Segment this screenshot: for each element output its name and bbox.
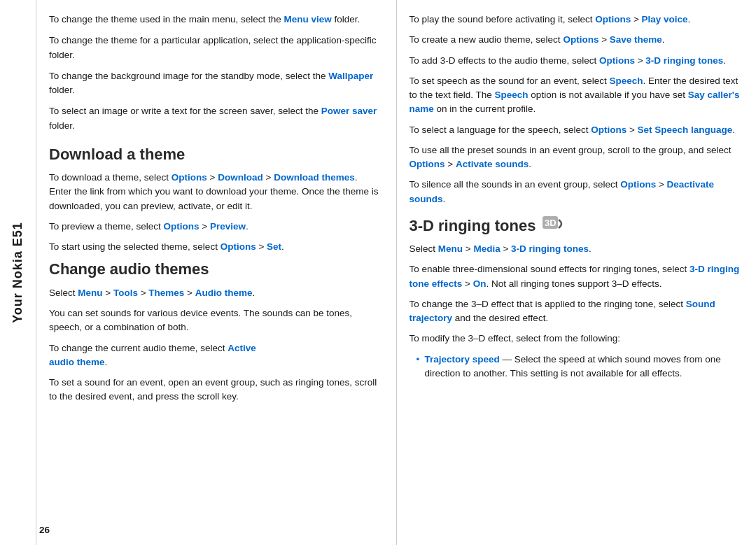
tools-link[interactable]: Tools (113, 288, 138, 298)
sidebar: Your Nokia E51 (0, 0, 36, 545)
3d-ringing-tones-heading: 3-D ringing tones (410, 217, 536, 235)
right-column: To play the sound before activating it, … (397, 0, 757, 545)
options-link-dl3[interactable]: Options (220, 241, 256, 252)
wallpaper-link[interactable]: Wallpaper (328, 71, 373, 81)
content-area: To change the theme used in the main men… (36, 0, 756, 545)
download-themes-link[interactable]: Download themes (274, 172, 355, 183)
speech-link-2[interactable]: Speech (495, 90, 528, 100)
3d-icon-svg: 3D (542, 214, 566, 234)
sidebar-title: Your Nokia E51 (10, 222, 25, 323)
on-link[interactable]: On (473, 278, 486, 289)
media-link[interactable]: Media (473, 243, 500, 254)
sound-trajectory-link[interactable]: Sound trajectory (410, 299, 715, 323)
menu-link-audio[interactable]: Menu (78, 288, 102, 298)
menu-view-link[interactable]: Menu view (284, 14, 331, 24)
right-intro-1: To play the sound before activating it, … (410, 13, 743, 27)
audio-para-1: Select Menu > Tools > Themes > Audio the… (49, 286, 382, 300)
effects-list: Trajectory speed — Select the speed at w… (410, 353, 743, 381)
options-link-r1[interactable]: Options (595, 14, 631, 24)
options-link-r5[interactable]: Options (591, 125, 626, 135)
speech-link-1[interactable]: Speech (609, 76, 643, 86)
set-link[interactable]: Set (267, 241, 281, 252)
right-intro-6: To use all the preset sounds in an event… (410, 143, 743, 172)
bullet-trajectory-speed: Trajectory speed — Select the speed at w… (418, 353, 743, 381)
options-link-dl1[interactable]: Options (172, 172, 207, 183)
page-number: 26 (39, 525, 50, 535)
3d-badge-icon: 3D (542, 214, 566, 234)
3d-ringing-tone-effects-link[interactable]: 3-D ringing tone effects (410, 264, 740, 288)
deactivate-sounds-link[interactable]: Deactivate sounds (410, 179, 715, 204)
power-saver-link[interactable]: Power saver (321, 106, 377, 116)
audio-theme-link[interactable]: Audio theme (195, 288, 253, 298)
options-link-r3[interactable]: Options (599, 55, 635, 66)
3d-para-1: Select Menu > Media > 3-D ringing tones. (410, 242, 743, 256)
right-intro-2: To create a new audio theme, select Opti… (410, 33, 743, 47)
activate-sounds-link[interactable]: Activate sounds (456, 159, 528, 169)
download-para-2: To preview a theme, select Options > Pre… (49, 220, 382, 234)
left-column: To change the theme used in the main men… (36, 0, 397, 545)
intro-para-4: To select an image or write a text for t… (49, 104, 382, 133)
page-container: Your Nokia E51 To change the theme used … (0, 0, 756, 545)
right-intro-5: To select a language for the speech, sel… (410, 123, 743, 137)
download-link[interactable]: Download (218, 172, 263, 183)
active-audio-theme-link[interactable]: Activeaudio theme (49, 343, 256, 367)
intro-para-1: To change the theme used in the main men… (49, 13, 382, 27)
audio-para-3: To change the current audio theme, selec… (49, 341, 382, 370)
menu-link-3d[interactable]: Menu (438, 243, 463, 254)
options-link-r7[interactable]: Options (620, 179, 656, 190)
right-intro-7: To silence all the sounds in an event gr… (410, 178, 743, 206)
say-callers-name-link[interactable]: Say caller's name (410, 90, 740, 114)
intro-paragraphs: To change the theme used in the main men… (49, 13, 382, 133)
set-speech-language-link[interactable]: Set Speech language (638, 125, 733, 135)
options-link-r6[interactable]: Options (410, 159, 445, 169)
right-intro-4: To set speech as the sound for an event,… (410, 74, 743, 117)
download-para-3: To start using the selected theme, selec… (49, 240, 382, 254)
play-voice-link[interactable]: Play voice (642, 14, 688, 24)
change-audio-themes-heading: Change audio themes (49, 260, 382, 278)
download-para-1: To download a theme, select Options > Do… (49, 171, 382, 213)
save-theme-link[interactable]: Save theme (610, 34, 662, 45)
3d-ringing-tones-link-nav[interactable]: 3-D ringing tones (511, 243, 589, 254)
download-theme-heading: Download a theme (49, 146, 382, 164)
3d-para-4: To modify the 3–D effect, select from th… (410, 332, 743, 346)
intro-para-2: To change the theme for a particular app… (49, 34, 382, 62)
intro-para-3: To change the background image for the s… (49, 69, 382, 98)
3d-para-2: To enable three-dimensional sound effect… (410, 262, 743, 291)
svg-text:3D: 3D (545, 218, 556, 228)
themes-link[interactable]: Themes (148, 288, 184, 298)
trajectory-speed-link[interactable]: Trajectory speed (425, 354, 500, 364)
right-intro-3: To add 3-D effects to the audio theme, s… (410, 54, 743, 68)
audio-para-4: To set a sound for an event, open an eve… (49, 376, 382, 404)
3d-ringing-tones-link-r3[interactable]: 3-D ringing tones (645, 55, 723, 66)
preview-link[interactable]: Preview (210, 221, 246, 232)
3d-ringing-tones-heading-container: 3-D ringing tones 3D (410, 213, 743, 235)
3d-para-3: To change the 3–D effect that is applied… (410, 297, 743, 326)
audio-para-2: You can set sounds for various device ev… (49, 306, 382, 335)
options-link-dl2[interactable]: Options (164, 221, 200, 232)
options-link-r2[interactable]: Options (563, 34, 598, 45)
